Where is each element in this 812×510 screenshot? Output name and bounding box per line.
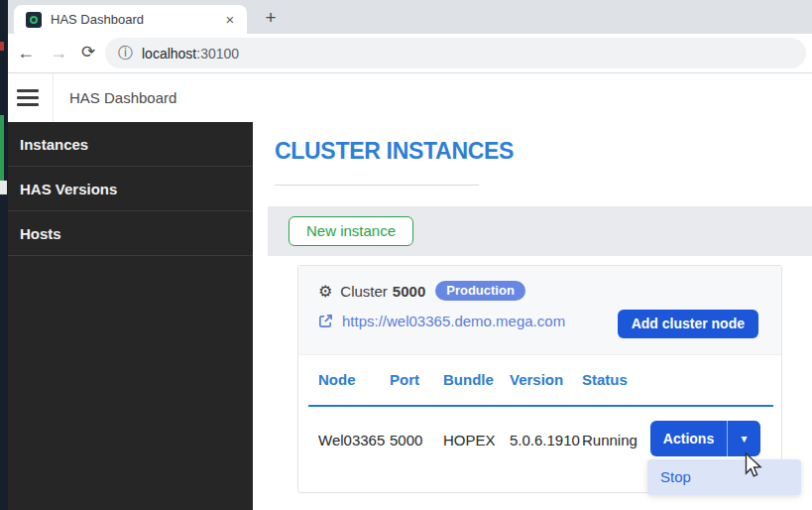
instances-toolbar: New instance [268,206,812,256]
address-bar: ← → ⟳ ⓘ localhost:30100 [0,34,812,73]
column-header-node: Node [318,371,390,388]
sidebar-item-hosts[interactable]: Hosts [8,211,253,256]
add-cluster-node-button[interactable]: Add cluster node [618,310,758,338]
column-header-status: Status [582,371,781,388]
favicon-icon [26,12,42,28]
cluster-title-row: ⚙ Cluster 5000 Production [318,281,525,301]
window-edge-strip [0,0,8,510]
url-port: :30100 [196,46,239,62]
column-header-version: Version [510,371,582,388]
cell-node: Wel03365 [318,432,390,448]
forward-icon[interactable]: → [50,42,67,64]
gear-icon: ⚙ [318,282,332,301]
cluster-link-row: https://wel03365.demo.mega.com [318,313,565,329]
app-header: HAS Dashboard [0,73,812,122]
reload-icon[interactable]: ⟳ [81,42,95,64]
hamburger-menu-icon[interactable] [17,89,39,106]
environment-badge: Production [435,281,525,301]
edge-artifact-red [0,42,4,51]
cell-version: 5.0.6.1910 [510,432,582,448]
main-content: CLUSTER INSTANCES New instance ⚙ Cluster… [253,122,812,510]
header-divider [53,73,54,122]
external-link-icon [318,314,333,328]
new-instance-button[interactable]: New instance [289,216,413,246]
column-header-bundle: Bundle [443,371,510,388]
url-field[interactable]: ⓘ localhost:30100 [105,38,806,68]
edge-artifact-green [0,115,4,189]
browser-window: HAS Dashboard × + ← → ⟳ ⓘ localhost:3010… [0,0,812,510]
back-icon[interactable]: ← [17,42,35,64]
cluster-label: Cluster [340,283,388,300]
tab-title: HAS Dashboard [51,12,221,27]
sidebar-item-instances[interactable]: Instances [8,122,253,167]
tab-strip: HAS Dashboard × + [0,0,812,34]
cluster-url-link[interactable]: https://wel03365.demo.mega.com [342,313,565,329]
title-divider [275,185,479,186]
table-header-row: Node Port Bundle Version Status [318,371,781,388]
sidebar: Instances HAS Versions Hosts [8,122,253,510]
app-title: HAS Dashboard [69,73,176,122]
actions-button[interactable]: Actions [650,421,728,456]
column-header-port: Port [390,371,443,388]
url-host: localhost [142,46,196,62]
chevron-down-icon: ▾ [741,432,747,446]
cell-bundle: HOPEX [443,432,510,448]
cluster-card-header: ⚙ Cluster 5000 Production https://wel033… [298,266,781,355]
mouse-cursor [741,450,764,480]
cell-port: 5000 [390,432,443,448]
edge-artifact-white [0,181,7,194]
actions-dropdown-menu: Stop [647,459,801,495]
new-tab-button[interactable]: + [259,7,283,29]
browser-tab[interactable]: HAS Dashboard × [14,5,247,34]
close-tab-icon[interactable]: × [221,11,239,29]
page-title: CLUSTER INSTANCES [275,138,514,165]
table-header-underline [308,405,773,407]
cluster-number: 5000 [393,283,425,300]
menu-item-stop[interactable]: Stop [647,459,801,495]
sidebar-item-has-versions[interactable]: HAS Versions [8,167,253,211]
page-info-icon[interactable]: ⓘ [118,44,133,63]
